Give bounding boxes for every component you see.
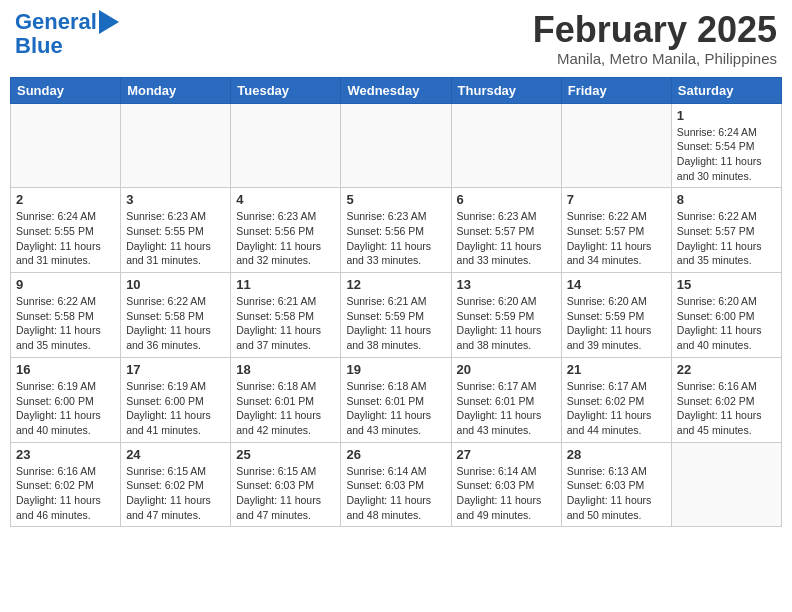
- table-row: 25Sunrise: 6:15 AMSunset: 6:03 PMDayligh…: [231, 442, 341, 527]
- day-number: 15: [677, 277, 776, 292]
- col-tuesday: Tuesday: [231, 77, 341, 103]
- day-number: 19: [346, 362, 445, 377]
- table-row: 3Sunrise: 6:23 AMSunset: 5:55 PMDaylight…: [121, 188, 231, 273]
- day-number: 18: [236, 362, 335, 377]
- table-row: [121, 103, 231, 188]
- day-info: Sunrise: 6:17 AMSunset: 6:02 PMDaylight:…: [567, 379, 666, 438]
- calendar-week-2: 2Sunrise: 6:24 AMSunset: 5:55 PMDaylight…: [11, 188, 782, 273]
- col-monday: Monday: [121, 77, 231, 103]
- day-info: Sunrise: 6:13 AMSunset: 6:03 PMDaylight:…: [567, 464, 666, 523]
- day-number: 23: [16, 447, 115, 462]
- day-info: Sunrise: 6:24 AMSunset: 5:55 PMDaylight:…: [16, 209, 115, 268]
- calendar-week-3: 9Sunrise: 6:22 AMSunset: 5:58 PMDaylight…: [11, 273, 782, 358]
- logo-line2: Blue: [15, 34, 119, 58]
- day-info: Sunrise: 6:18 AMSunset: 6:01 PMDaylight:…: [346, 379, 445, 438]
- day-number: 7: [567, 192, 666, 207]
- table-row: 21Sunrise: 6:17 AMSunset: 6:02 PMDayligh…: [561, 357, 671, 442]
- day-number: 1: [677, 108, 776, 123]
- day-number: 11: [236, 277, 335, 292]
- location-title: Manila, Metro Manila, Philippines: [533, 50, 777, 67]
- col-friday: Friday: [561, 77, 671, 103]
- day-number: 14: [567, 277, 666, 292]
- page-header: General Blue February 2025 Manila, Metro…: [10, 10, 782, 67]
- table-row: 20Sunrise: 6:17 AMSunset: 6:01 PMDayligh…: [451, 357, 561, 442]
- logo-icon: [99, 10, 119, 34]
- day-info: Sunrise: 6:14 AMSunset: 6:03 PMDaylight:…: [457, 464, 556, 523]
- table-row: 2Sunrise: 6:24 AMSunset: 5:55 PMDaylight…: [11, 188, 121, 273]
- day-info: Sunrise: 6:23 AMSunset: 5:56 PMDaylight:…: [346, 209, 445, 268]
- table-row: 27Sunrise: 6:14 AMSunset: 6:03 PMDayligh…: [451, 442, 561, 527]
- day-info: Sunrise: 6:23 AMSunset: 5:56 PMDaylight:…: [236, 209, 335, 268]
- calendar-header-row: Sunday Monday Tuesday Wednesday Thursday…: [11, 77, 782, 103]
- table-row: 28Sunrise: 6:13 AMSunset: 6:03 PMDayligh…: [561, 442, 671, 527]
- calendar-week-5: 23Sunrise: 6:16 AMSunset: 6:02 PMDayligh…: [11, 442, 782, 527]
- day-info: Sunrise: 6:15 AMSunset: 6:03 PMDaylight:…: [236, 464, 335, 523]
- day-info: Sunrise: 6:20 AMSunset: 5:59 PMDaylight:…: [457, 294, 556, 353]
- table-row: 14Sunrise: 6:20 AMSunset: 5:59 PMDayligh…: [561, 273, 671, 358]
- table-row: 18Sunrise: 6:18 AMSunset: 6:01 PMDayligh…: [231, 357, 341, 442]
- day-info: Sunrise: 6:22 AMSunset: 5:58 PMDaylight:…: [126, 294, 225, 353]
- calendar-table: Sunday Monday Tuesday Wednesday Thursday…: [10, 77, 782, 528]
- day-number: 22: [677, 362, 776, 377]
- day-number: 4: [236, 192, 335, 207]
- table-row: 9Sunrise: 6:22 AMSunset: 5:58 PMDaylight…: [11, 273, 121, 358]
- day-number: 12: [346, 277, 445, 292]
- day-info: Sunrise: 6:22 AMSunset: 5:57 PMDaylight:…: [567, 209, 666, 268]
- calendar-week-4: 16Sunrise: 6:19 AMSunset: 6:00 PMDayligh…: [11, 357, 782, 442]
- table-row: 6Sunrise: 6:23 AMSunset: 5:57 PMDaylight…: [451, 188, 561, 273]
- day-info: Sunrise: 6:23 AMSunset: 5:55 PMDaylight:…: [126, 209, 225, 268]
- col-saturday: Saturday: [671, 77, 781, 103]
- table-row: 12Sunrise: 6:21 AMSunset: 5:59 PMDayligh…: [341, 273, 451, 358]
- table-row: 5Sunrise: 6:23 AMSunset: 5:56 PMDaylight…: [341, 188, 451, 273]
- day-number: 25: [236, 447, 335, 462]
- day-info: Sunrise: 6:16 AMSunset: 6:02 PMDaylight:…: [16, 464, 115, 523]
- col-wednesday: Wednesday: [341, 77, 451, 103]
- table-row: [671, 442, 781, 527]
- logo-line1: General: [15, 9, 97, 34]
- day-info: Sunrise: 6:24 AMSunset: 5:54 PMDaylight:…: [677, 125, 776, 184]
- table-row: 4Sunrise: 6:23 AMSunset: 5:56 PMDaylight…: [231, 188, 341, 273]
- title-block: February 2025 Manila, Metro Manila, Phil…: [533, 10, 777, 67]
- table-row: [341, 103, 451, 188]
- day-number: 10: [126, 277, 225, 292]
- day-info: Sunrise: 6:15 AMSunset: 6:02 PMDaylight:…: [126, 464, 225, 523]
- day-number: 27: [457, 447, 556, 462]
- day-number: 20: [457, 362, 556, 377]
- svg-marker-0: [99, 10, 119, 34]
- col-thursday: Thursday: [451, 77, 561, 103]
- month-title: February 2025: [533, 10, 777, 50]
- day-number: 13: [457, 277, 556, 292]
- table-row: [451, 103, 561, 188]
- day-info: Sunrise: 6:22 AMSunset: 5:58 PMDaylight:…: [16, 294, 115, 353]
- day-info: Sunrise: 6:19 AMSunset: 6:00 PMDaylight:…: [126, 379, 225, 438]
- day-number: 6: [457, 192, 556, 207]
- day-info: Sunrise: 6:21 AMSunset: 5:59 PMDaylight:…: [346, 294, 445, 353]
- day-info: Sunrise: 6:22 AMSunset: 5:57 PMDaylight:…: [677, 209, 776, 268]
- table-row: 10Sunrise: 6:22 AMSunset: 5:58 PMDayligh…: [121, 273, 231, 358]
- table-row: 24Sunrise: 6:15 AMSunset: 6:02 PMDayligh…: [121, 442, 231, 527]
- day-info: Sunrise: 6:18 AMSunset: 6:01 PMDaylight:…: [236, 379, 335, 438]
- day-number: 9: [16, 277, 115, 292]
- day-info: Sunrise: 6:14 AMSunset: 6:03 PMDaylight:…: [346, 464, 445, 523]
- table-row: 26Sunrise: 6:14 AMSunset: 6:03 PMDayligh…: [341, 442, 451, 527]
- day-number: 24: [126, 447, 225, 462]
- table-row: 19Sunrise: 6:18 AMSunset: 6:01 PMDayligh…: [341, 357, 451, 442]
- logo-text: General: [15, 10, 97, 34]
- col-sunday: Sunday: [11, 77, 121, 103]
- table-row: 1Sunrise: 6:24 AMSunset: 5:54 PMDaylight…: [671, 103, 781, 188]
- day-info: Sunrise: 6:17 AMSunset: 6:01 PMDaylight:…: [457, 379, 556, 438]
- calendar-week-1: 1Sunrise: 6:24 AMSunset: 5:54 PMDaylight…: [11, 103, 782, 188]
- table-row: 15Sunrise: 6:20 AMSunset: 6:00 PMDayligh…: [671, 273, 781, 358]
- table-row: [231, 103, 341, 188]
- day-number: 5: [346, 192, 445, 207]
- day-info: Sunrise: 6:19 AMSunset: 6:00 PMDaylight:…: [16, 379, 115, 438]
- day-number: 17: [126, 362, 225, 377]
- logo: General Blue: [15, 10, 119, 58]
- day-info: Sunrise: 6:23 AMSunset: 5:57 PMDaylight:…: [457, 209, 556, 268]
- day-number: 16: [16, 362, 115, 377]
- day-info: Sunrise: 6:20 AMSunset: 6:00 PMDaylight:…: [677, 294, 776, 353]
- day-number: 3: [126, 192, 225, 207]
- table-row: [11, 103, 121, 188]
- day-number: 2: [16, 192, 115, 207]
- table-row: 22Sunrise: 6:16 AMSunset: 6:02 PMDayligh…: [671, 357, 781, 442]
